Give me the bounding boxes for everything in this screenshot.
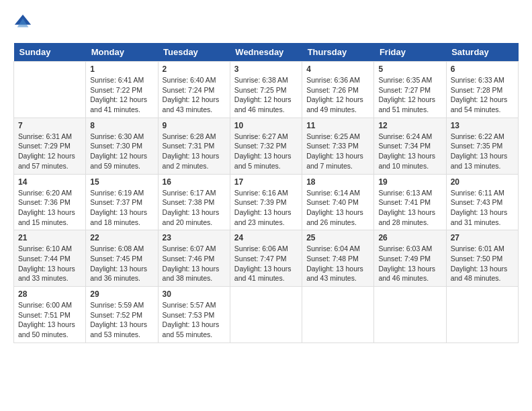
header-saturday: Saturday <box>446 43 518 62</box>
day-info: Sunrise: 6:28 AMSunset: 7:31 PMDaylight:… <box>163 132 226 171</box>
day-cell: 27Sunrise: 6:01 AMSunset: 7:50 PMDayligh… <box>446 230 518 287</box>
day-number: 11 <box>306 121 369 130</box>
day-number: 14 <box>18 177 81 187</box>
day-info: Sunrise: 6:40 AMSunset: 7:24 PMDaylight:… <box>163 75 226 115</box>
week-row-2: 14Sunrise: 6:20 AMSunset: 7:36 PMDayligh… <box>14 174 519 230</box>
day-number: 19 <box>378 177 441 187</box>
calendar-table: SundayMondayTuesdayWednesdayThursdayFrid… <box>13 43 519 343</box>
header-thursday: Thursday <box>302 43 374 62</box>
day-cell: 4Sunrise: 6:36 AMSunset: 7:26 PMDaylight… <box>302 62 374 118</box>
page-header <box>13 13 519 32</box>
day-number: 2 <box>163 64 226 74</box>
day-number: 17 <box>234 177 298 187</box>
day-info: Sunrise: 6:16 AMSunset: 7:39 PMDaylight:… <box>234 188 298 228</box>
day-cell: 14Sunrise: 6:20 AMSunset: 7:36 PMDayligh… <box>14 174 86 230</box>
day-number: 25 <box>306 233 369 242</box>
day-number: 23 <box>163 233 226 242</box>
week-row-4: 28Sunrise: 6:00 AMSunset: 7:51 PMDayligh… <box>14 287 519 343</box>
header-monday: Monday <box>86 43 158 62</box>
logo <box>13 13 35 32</box>
day-number: 15 <box>90 177 153 187</box>
day-cell: 21Sunrise: 6:10 AMSunset: 7:44 PMDayligh… <box>14 230 86 287</box>
day-number: 4 <box>306 64 369 74</box>
week-row-3: 21Sunrise: 6:10 AMSunset: 7:44 PMDayligh… <box>14 230 519 287</box>
day-cell: 16Sunrise: 6:17 AMSunset: 7:38 PMDayligh… <box>158 174 230 230</box>
day-cell: 20Sunrise: 6:11 AMSunset: 7:43 PMDayligh… <box>446 174 518 230</box>
day-info: Sunrise: 6:08 AMSunset: 7:45 PMDaylight:… <box>90 244 153 283</box>
day-info: Sunrise: 6:33 AMSunset: 7:28 PMDaylight:… <box>451 75 514 115</box>
day-cell: 17Sunrise: 6:16 AMSunset: 7:39 PMDayligh… <box>230 174 302 230</box>
day-cell: 12Sunrise: 6:24 AMSunset: 7:34 PMDayligh… <box>374 118 446 174</box>
day-info: Sunrise: 6:22 AMSunset: 7:35 PMDaylight:… <box>451 132 514 171</box>
day-cell <box>14 62 86 118</box>
day-info: Sunrise: 5:57 AMSunset: 7:53 PMDaylight:… <box>163 300 226 340</box>
day-number: 8 <box>90 121 153 130</box>
day-cell <box>374 287 446 343</box>
day-cell: 8Sunrise: 6:30 AMSunset: 7:30 PMDaylight… <box>86 118 158 174</box>
day-number: 20 <box>451 177 514 187</box>
day-number: 30 <box>163 289 226 299</box>
day-cell: 5Sunrise: 6:35 AMSunset: 7:27 PMDaylight… <box>374 62 446 118</box>
day-info: Sunrise: 6:04 AMSunset: 7:48 PMDaylight:… <box>306 244 369 283</box>
day-info: Sunrise: 6:31 AMSunset: 7:29 PMDaylight:… <box>18 132 81 171</box>
day-info: Sunrise: 5:59 AMSunset: 7:52 PMDaylight:… <box>90 300 153 340</box>
day-info: Sunrise: 6:17 AMSunset: 7:38 PMDaylight:… <box>163 188 226 228</box>
day-info: Sunrise: 6:30 AMSunset: 7:30 PMDaylight:… <box>90 132 153 171</box>
week-row-0: 1Sunrise: 6:41 AMSunset: 7:22 PMDaylight… <box>14 62 519 118</box>
day-info: Sunrise: 6:35 AMSunset: 7:27 PMDaylight:… <box>378 75 441 115</box>
day-cell: 23Sunrise: 6:07 AMSunset: 7:46 PMDayligh… <box>158 230 230 287</box>
day-info: Sunrise: 6:06 AMSunset: 7:47 PMDaylight:… <box>234 244 298 283</box>
day-info: Sunrise: 6:27 AMSunset: 7:32 PMDaylight:… <box>234 132 298 171</box>
day-cell <box>230 287 302 343</box>
day-info: Sunrise: 6:25 AMSunset: 7:33 PMDaylight:… <box>306 132 369 171</box>
day-info: Sunrise: 6:01 AMSunset: 7:50 PMDaylight:… <box>451 244 514 283</box>
day-number: 7 <box>18 121 81 130</box>
logo-icon <box>13 13 32 32</box>
day-cell: 3Sunrise: 6:38 AMSunset: 7:25 PMDaylight… <box>230 62 302 118</box>
day-info: Sunrise: 6:11 AMSunset: 7:43 PMDaylight:… <box>451 188 514 228</box>
header-tuesday: Tuesday <box>158 43 230 62</box>
day-number: 9 <box>163 121 226 130</box>
day-cell: 26Sunrise: 6:03 AMSunset: 7:49 PMDayligh… <box>374 230 446 287</box>
header-wednesday: Wednesday <box>230 43 302 62</box>
day-cell: 9Sunrise: 6:28 AMSunset: 7:31 PMDaylight… <box>158 118 230 174</box>
day-cell: 6Sunrise: 6:33 AMSunset: 7:28 PMDaylight… <box>446 62 518 118</box>
day-info: Sunrise: 6:19 AMSunset: 7:37 PMDaylight:… <box>90 188 153 228</box>
day-info: Sunrise: 6:41 AMSunset: 7:22 PMDaylight:… <box>90 75 153 115</box>
day-info: Sunrise: 6:24 AMSunset: 7:34 PMDaylight:… <box>378 132 441 171</box>
day-info: Sunrise: 6:20 AMSunset: 7:36 PMDaylight:… <box>18 188 81 228</box>
day-info: Sunrise: 6:13 AMSunset: 7:41 PMDaylight:… <box>378 188 441 228</box>
day-info: Sunrise: 6:00 AMSunset: 7:51 PMDaylight:… <box>18 300 81 340</box>
day-cell: 19Sunrise: 6:13 AMSunset: 7:41 PMDayligh… <box>374 174 446 230</box>
day-info: Sunrise: 6:36 AMSunset: 7:26 PMDaylight:… <box>306 75 369 115</box>
day-cell: 11Sunrise: 6:25 AMSunset: 7:33 PMDayligh… <box>302 118 374 174</box>
day-cell: 15Sunrise: 6:19 AMSunset: 7:37 PMDayligh… <box>86 174 158 230</box>
day-number: 12 <box>378 121 441 130</box>
day-cell: 18Sunrise: 6:14 AMSunset: 7:40 PMDayligh… <box>302 174 374 230</box>
day-cell: 29Sunrise: 5:59 AMSunset: 7:52 PMDayligh… <box>86 287 158 343</box>
day-cell: 13Sunrise: 6:22 AMSunset: 7:35 PMDayligh… <box>446 118 518 174</box>
day-info: Sunrise: 6:10 AMSunset: 7:44 PMDaylight:… <box>18 244 81 283</box>
day-cell: 2Sunrise: 6:40 AMSunset: 7:24 PMDaylight… <box>158 62 230 118</box>
day-number: 24 <box>234 233 298 242</box>
day-number: 13 <box>451 121 514 130</box>
header-sunday: Sunday <box>14 43 86 62</box>
day-info: Sunrise: 6:03 AMSunset: 7:49 PMDaylight:… <box>378 244 441 283</box>
day-number: 16 <box>163 177 226 187</box>
day-cell: 1Sunrise: 6:41 AMSunset: 7:22 PMDaylight… <box>86 62 158 118</box>
day-cell <box>446 287 518 343</box>
day-number: 6 <box>451 64 514 74</box>
day-number: 5 <box>378 64 441 74</box>
header-friday: Friday <box>374 43 446 62</box>
day-info: Sunrise: 6:14 AMSunset: 7:40 PMDaylight:… <box>306 188 369 228</box>
day-cell <box>302 287 374 343</box>
day-number: 29 <box>90 289 153 299</box>
day-number: 1 <box>90 64 153 74</box>
day-number: 10 <box>234 121 298 130</box>
day-number: 28 <box>18 289 81 299</box>
day-number: 21 <box>18 233 81 242</box>
day-cell: 25Sunrise: 6:04 AMSunset: 7:48 PMDayligh… <box>302 230 374 287</box>
day-cell: 30Sunrise: 5:57 AMSunset: 7:53 PMDayligh… <box>158 287 230 343</box>
day-number: 3 <box>234 64 298 74</box>
day-cell: 24Sunrise: 6:06 AMSunset: 7:47 PMDayligh… <box>230 230 302 287</box>
